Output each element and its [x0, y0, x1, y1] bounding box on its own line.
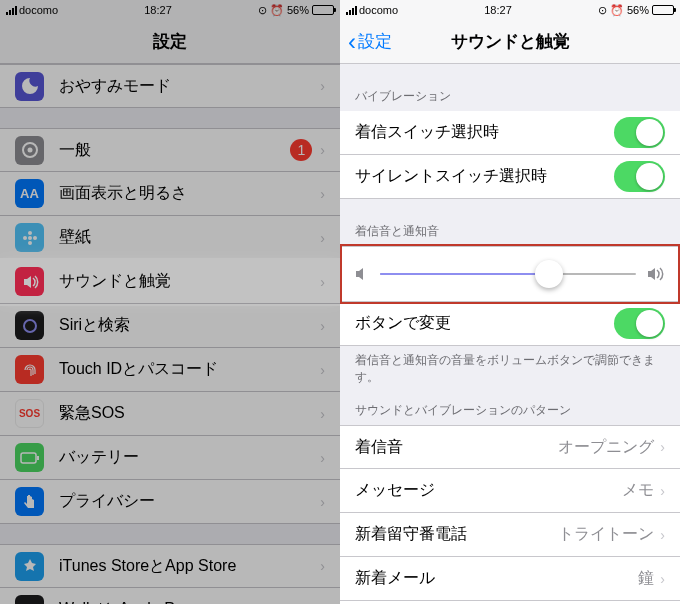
sound-pattern-row[interactable]: 新着メール鐘› — [340, 557, 680, 601]
svg-point-1 — [27, 148, 32, 153]
svg-rect-8 — [21, 453, 36, 463]
signal-icon — [6, 6, 17, 15]
row-detail: 鐘 — [638, 568, 654, 589]
row-label: プライバシー — [59, 491, 320, 512]
chevron-right-icon: › — [320, 78, 325, 94]
sound-pattern-row[interactable]: 新着留守番電話トライトーン› — [340, 513, 680, 557]
sound-icon — [15, 267, 44, 296]
toggle-switch[interactable] — [614, 117, 665, 148]
group-footer: 着信音と通知音の音量をボリュームボタンで調節できます。 — [340, 346, 680, 390]
row-label: ボタンで変更 — [355, 313, 614, 334]
chevron-right-icon: › — [320, 558, 325, 574]
chevron-right-icon: › — [660, 483, 665, 499]
row-siri[interactable]: Siriと検索 › — [0, 304, 340, 348]
sound-pattern-row[interactable]: 着信音オープニング› — [340, 425, 680, 469]
row-label: 新着メール — [355, 568, 638, 589]
row-sounds[interactable]: サウンドと触覚 › — [0, 260, 340, 304]
volume-low-icon — [354, 266, 370, 282]
alarm-icon: ⊙ ⏰ — [258, 4, 284, 17]
row-label: Touch IDとパスコード — [59, 359, 320, 380]
toggle-switch[interactable] — [614, 308, 665, 339]
svg-rect-9 — [37, 456, 39, 460]
row-detail: オープニング — [558, 437, 654, 458]
carrier-label: docomo — [19, 4, 58, 16]
row-label: 画面表示と明るさ — [59, 183, 320, 204]
row-wallpaper[interactable]: 壁紙 › — [0, 216, 340, 260]
battery-icon — [15, 443, 44, 472]
chevron-left-icon: ‹ — [348, 28, 356, 56]
row-label: バッテリー — [59, 447, 320, 468]
chevron-right-icon: › — [320, 230, 325, 246]
battery-pct: 56% — [627, 4, 649, 16]
row-label: 着信スイッチ選択時 — [355, 122, 614, 143]
row-sos[interactable]: SOS 緊急SOS › — [0, 392, 340, 436]
svg-point-5 — [23, 236, 27, 240]
row-display[interactable]: AA 画面表示と明るさ › — [0, 172, 340, 216]
row-label: サイレントスイッチ選択時 — [355, 166, 614, 187]
page-title: 設定 — [153, 30, 187, 53]
row-label: 着信音 — [355, 437, 558, 458]
page-title: サウンドと触覚 — [451, 30, 570, 53]
battery-pct: 56% — [287, 4, 309, 16]
settings-list[interactable]: おやすみモード › 一般 1 › AA 画面表示と明るさ › 壁紙 › — [0, 64, 340, 604]
battery-icon — [312, 5, 334, 15]
row-wallet[interactable]: WalletとApple Pay › — [0, 588, 340, 604]
sound-pattern-row[interactable]: メッセージメモ› — [340, 469, 680, 513]
gear-icon — [15, 136, 44, 165]
sos-icon: SOS — [15, 399, 44, 428]
row-label: WalletとApple Pay — [59, 599, 320, 604]
chevron-right-icon: › — [320, 142, 325, 158]
row-itunes[interactable]: iTunes StoreとApp Store › — [0, 544, 340, 588]
text-size-icon: AA — [15, 179, 44, 208]
badge: 1 — [290, 139, 312, 161]
chevron-right-icon: › — [320, 450, 325, 466]
status-bar: docomo 18:27 ⊙ ⏰ 56% — [0, 0, 340, 20]
appstore-icon — [15, 552, 44, 581]
moon-icon — [15, 72, 44, 101]
row-dnd[interactable]: おやすみモード › — [0, 64, 340, 108]
group-header: バイブレーション — [340, 84, 680, 111]
row-touchid[interactable]: Touch IDとパスコード › — [0, 348, 340, 392]
chevron-right-icon: › — [320, 362, 325, 378]
alarm-icon: ⊙ ⏰ — [598, 4, 624, 17]
time-label: 18:27 — [484, 4, 512, 16]
chevron-right-icon: › — [320, 186, 325, 202]
row-privacy[interactable]: プライバシー › — [0, 480, 340, 524]
row-vibrate-ring[interactable]: 着信スイッチ選択時 — [340, 111, 680, 155]
row-label: メッセージ — [355, 480, 622, 501]
battery-icon — [652, 5, 674, 15]
back-label: 設定 — [358, 30, 392, 53]
settings-screen: docomo 18:27 ⊙ ⏰ 56% 設定 おやすみモード › 一般 1 ›… — [0, 0, 340, 604]
hand-icon — [15, 487, 44, 516]
chevron-right-icon: › — [660, 571, 665, 587]
slider-thumb[interactable] — [535, 260, 563, 288]
sounds-screen: docomo 18:27 ⊙ ⏰ 56% ‹設定 サウンドと触覚 バイブレーショ… — [340, 0, 680, 604]
row-label: 壁紙 — [59, 227, 320, 248]
carrier-label: docomo — [359, 4, 398, 16]
row-label: Siriと検索 — [59, 315, 320, 336]
chevron-right-icon: › — [320, 318, 325, 334]
svg-point-2 — [28, 236, 32, 240]
chevron-right-icon: › — [320, 494, 325, 510]
row-battery[interactable]: バッテリー › — [0, 436, 340, 480]
sounds-list[interactable]: バイブレーション 着信スイッチ選択時 サイレントスイッチ選択時 着信音と通知音 — [340, 64, 680, 604]
row-label: iTunes StoreとApp Store — [59, 556, 320, 577]
volume-slider[interactable] — [380, 273, 636, 275]
svg-point-4 — [28, 241, 32, 245]
row-label: 新着留守番電話 — [355, 524, 558, 545]
row-change-with-buttons[interactable]: ボタンで変更 — [340, 302, 680, 346]
volume-high-icon — [646, 266, 666, 282]
chevron-right-icon: › — [660, 439, 665, 455]
row-vibrate-silent[interactable]: サイレントスイッチ選択時 — [340, 155, 680, 199]
time-label: 18:27 — [144, 4, 172, 16]
row-detail: トライトーン — [558, 524, 654, 545]
row-detail: メモ — [622, 480, 654, 501]
group-header: 着信音と通知音 — [340, 219, 680, 246]
flower-icon — [15, 223, 44, 252]
toggle-switch[interactable] — [614, 161, 665, 192]
row-general[interactable]: 一般 1 › — [0, 128, 340, 172]
nav-bar: 設定 — [0, 20, 340, 64]
status-bar: docomo 18:27 ⊙ ⏰ 56% — [340, 0, 680, 20]
back-button[interactable]: ‹設定 — [348, 28, 392, 56]
volume-slider-row[interactable] — [342, 246, 678, 302]
